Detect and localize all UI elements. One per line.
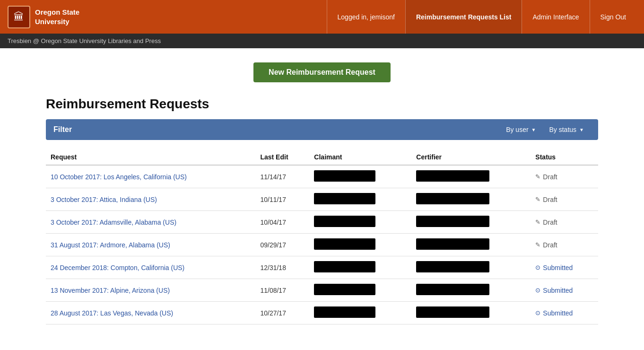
- header-nav: Logged in, jemisonf Reimbursement Reques…: [327, 0, 636, 34]
- last-edit-cell: 12/31/18: [255, 256, 309, 279]
- table-row: 31 August 2017: Ardmore, Alabama (US)09/…: [46, 234, 598, 256]
- logged-in-label: Logged in, jemisonf: [327, 0, 405, 34]
- claimant-redacted: [314, 284, 375, 295]
- request-link[interactable]: 3 October 2017: Attica, Indiana (US): [51, 196, 157, 203]
- claimant-redacted: [314, 170, 375, 182]
- last-edit-cell: 11/14/17: [255, 165, 309, 188]
- circle-check-icon: ⊙: [535, 287, 540, 294]
- status-badge: ✎ Draft: [535, 196, 593, 203]
- filter-label: Filter: [53, 125, 499, 134]
- requests-table: Request Last Edit Claimant Certifier Sta…: [46, 149, 598, 324]
- status-badge: ✎ Draft: [535, 219, 593, 226]
- request-link[interactable]: 13 November 2017: Alpine, Arizona (US): [51, 287, 170, 294]
- claimant-redacted: [314, 238, 375, 250]
- certifier-redacted: [416, 216, 489, 227]
- col-status: Status: [531, 149, 598, 165]
- status-badge: ⊙ Submitted: [535, 264, 593, 271]
- table-row: 13 November 2017: Alpine, Arizona (US)11…: [46, 279, 598, 302]
- table-row: 3 October 2017: Attica, Indiana (US)10/1…: [46, 188, 598, 211]
- nav-sign-out[interactable]: Sign Out: [590, 0, 636, 34]
- certifier-redacted: [416, 306, 489, 318]
- new-reimbursement-request-button[interactable]: New Reimbursement Request: [253, 62, 391, 82]
- edit-icon: ✎: [535, 173, 540, 180]
- last-edit-cell: 09/29/17: [255, 234, 309, 256]
- certifier-redacted: [416, 261, 489, 272]
- request-link[interactable]: 31 August 2017: Ardmore, Alabama (US): [51, 241, 170, 249]
- claimant-redacted: [314, 261, 375, 272]
- table-row: 10 October 2017: Los Angeles, California…: [46, 165, 598, 188]
- col-certifier: Certifier: [411, 149, 531, 165]
- request-link[interactable]: 28 August 2017: Las Vegas, Nevada (US): [51, 309, 173, 317]
- edit-icon: ✎: [535, 196, 540, 203]
- certifier-redacted: [416, 193, 489, 204]
- certifier-redacted: [416, 238, 489, 250]
- logo-shield-icon: 🏛: [8, 6, 30, 28]
- edit-icon: ✎: [535, 241, 540, 248]
- circle-check-icon: ⊙: [535, 264, 540, 271]
- by-user-chevron-icon: ▼: [531, 127, 536, 132]
- nav-admin-interface[interactable]: Admin Interface: [522, 0, 589, 34]
- table-row: 28 August 2017: Las Vegas, Nevada (US)10…: [46, 302, 598, 324]
- request-link[interactable]: 10 October 2017: Los Angeles, California…: [51, 173, 187, 181]
- request-link[interactable]: 3 October 2017: Adamsville, Alabama (US): [51, 219, 176, 226]
- last-edit-cell: 10/04/17: [255, 211, 309, 234]
- claimant-redacted: [314, 216, 375, 227]
- sub-header: Tresbien @ Oregon State University Libra…: [0, 34, 644, 48]
- logo-link[interactable]: 🏛 Oregon State University: [8, 6, 327, 28]
- col-last-edit: Last Edit: [255, 149, 309, 165]
- request-link[interactable]: 24 December 2018: Compton, California (U…: [51, 264, 184, 271]
- filter-bar: Filter By user ▼ By status ▼: [46, 119, 598, 140]
- last-edit-cell: 10/27/17: [255, 302, 309, 324]
- main-content: New Reimbursement Request Reimbursement …: [38, 48, 606, 334]
- last-edit-cell: 10/11/17: [255, 188, 309, 211]
- last-edit-cell: 11/08/17: [255, 279, 309, 302]
- certifier-redacted: [416, 170, 489, 182]
- page-title: Reimbursement Requests: [46, 96, 598, 112]
- col-request: Request: [46, 149, 255, 165]
- claimant-redacted: [314, 193, 375, 204]
- by-status-dropdown[interactable]: By status ▼: [543, 123, 591, 136]
- edit-icon: ✎: [535, 219, 540, 226]
- logo-text: Oregon State University: [35, 8, 79, 26]
- status-badge: ⊙ Submitted: [535, 309, 593, 317]
- header: 🏛 Oregon State University Logged in, jem…: [0, 0, 644, 34]
- col-claimant: Claimant: [309, 149, 411, 165]
- by-user-dropdown[interactable]: By user ▼: [499, 123, 542, 136]
- by-status-chevron-icon: ▼: [579, 127, 584, 132]
- claimant-redacted: [314, 306, 375, 318]
- table-row: 3 October 2017: Adamsville, Alabama (US)…: [46, 211, 598, 234]
- status-badge: ⊙ Submitted: [535, 287, 593, 294]
- table-row: 24 December 2018: Compton, California (U…: [46, 256, 598, 279]
- circle-check-icon: ⊙: [535, 309, 540, 316]
- status-badge: ✎ Draft: [535, 241, 593, 249]
- status-badge: ✎ Draft: [535, 173, 593, 181]
- certifier-redacted: [416, 284, 489, 295]
- nav-reimbursement-requests-list[interactable]: Reimbursement Requests List: [405, 0, 522, 34]
- table-header-row: Request Last Edit Claimant Certifier Sta…: [46, 149, 598, 165]
